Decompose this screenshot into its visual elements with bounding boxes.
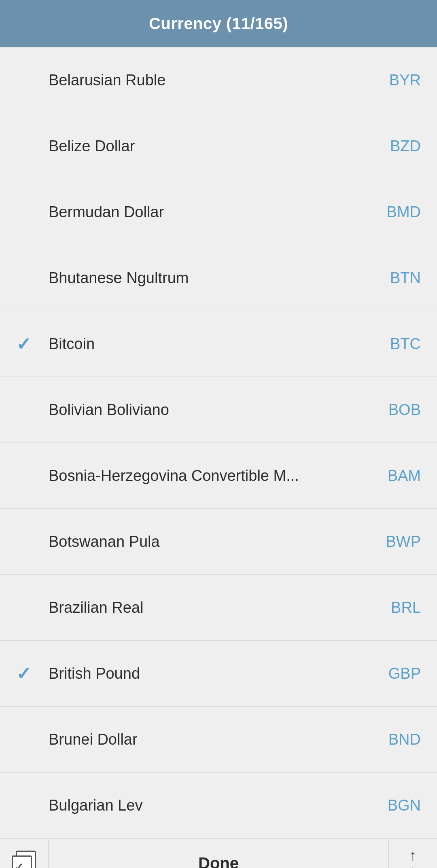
currency-code: BWP <box>386 533 421 550</box>
list-item[interactable]: ✓Brazilian RealBRL <box>0 575 437 641</box>
header: Currency (11/165) <box>0 0 437 47</box>
currency-code: BRL <box>391 599 421 616</box>
currency-name: Botswanan Pula <box>49 533 386 550</box>
sort-button[interactable]: ↑ ↓ <box>388 839 437 868</box>
currency-code: BOB <box>388 401 421 419</box>
list-item[interactable]: ✓Botswanan PulaBWP <box>0 509 437 575</box>
currency-code: BTC <box>390 335 421 353</box>
list-item[interactable]: ✓Brunei DollarBND <box>0 707 437 773</box>
currency-name: Belize Dollar <box>49 138 390 155</box>
header-title: Currency (11/165) <box>149 15 288 32</box>
sort-icon: ↑ ↓ <box>409 848 417 868</box>
list-item[interactable]: ✓BitcoinBTC <box>0 311 437 377</box>
done-label: Done <box>198 854 239 868</box>
currency-name: Belarusian Ruble <box>49 72 389 89</box>
currency-name: Brunei Dollar <box>49 731 388 748</box>
list-item[interactable]: ✓Belarusian RubleBYR <box>0 47 437 113</box>
currency-name: British Pound <box>49 665 388 682</box>
currency-code: GBP <box>388 665 421 682</box>
list-item[interactable]: ✓British PoundGBP <box>0 641 437 707</box>
list-item[interactable]: ✓Bermudan DollarBMD <box>0 179 437 245</box>
currency-code: BND <box>388 731 421 748</box>
done-button[interactable]: Done <box>49 839 388 868</box>
list-item[interactable]: ✓Belize DollarBZD <box>0 113 437 179</box>
currency-name: Brazilian Real <box>49 599 391 616</box>
currency-code: BTN <box>390 269 421 287</box>
currency-code: BYR <box>389 72 421 89</box>
list-item[interactable]: ✓Bulgarian LevBGN <box>0 773 437 838</box>
select-all-button[interactable]: ✓ <box>0 839 49 868</box>
list-item[interactable]: ✓Bhutanese NgultrumBTN <box>0 245 437 311</box>
currency-name: Bolivian Boliviano <box>49 401 388 419</box>
checkmark-icon: ✓ <box>16 663 36 684</box>
currency-name: Bulgarian Lev <box>49 797 388 814</box>
currency-code: BZD <box>390 138 421 155</box>
list-item[interactable]: ✓Bosnia-Herzegovina Convertible M...BAM <box>0 443 437 509</box>
currency-code: BGN <box>388 797 421 814</box>
currency-name: Bosnia-Herzegovina Convertible M... <box>49 467 388 485</box>
currency-code: BMD <box>387 203 421 221</box>
currency-code: BAM <box>388 467 421 485</box>
list-item[interactable]: ✓Bolivian BolivianoBOB <box>0 377 437 443</box>
select-all-icon: ✓ <box>12 851 37 868</box>
currency-name: Bhutanese Ngultrum <box>49 269 390 287</box>
bottom-bar: ✓ Done ↑ ↓ <box>0 838 437 868</box>
currency-name: Bermudan Dollar <box>49 203 387 221</box>
currency-name: Bitcoin <box>49 335 390 353</box>
currency-list: ✓Belarusian RubleBYR✓Belize DollarBZD✓Be… <box>0 47 437 838</box>
checkmark-icon: ✓ <box>16 334 36 354</box>
